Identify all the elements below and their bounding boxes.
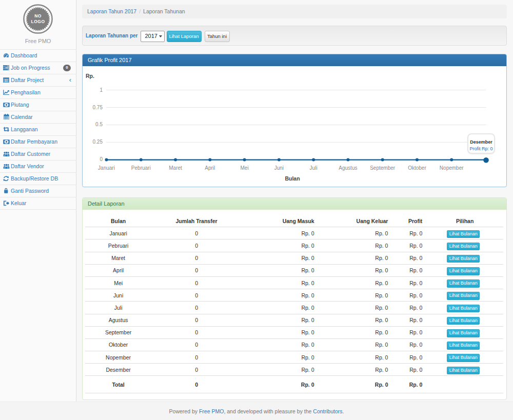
svg-text:NO: NO — [34, 13, 42, 18]
svg-text:LOGO: LOGO — [31, 19, 45, 24]
